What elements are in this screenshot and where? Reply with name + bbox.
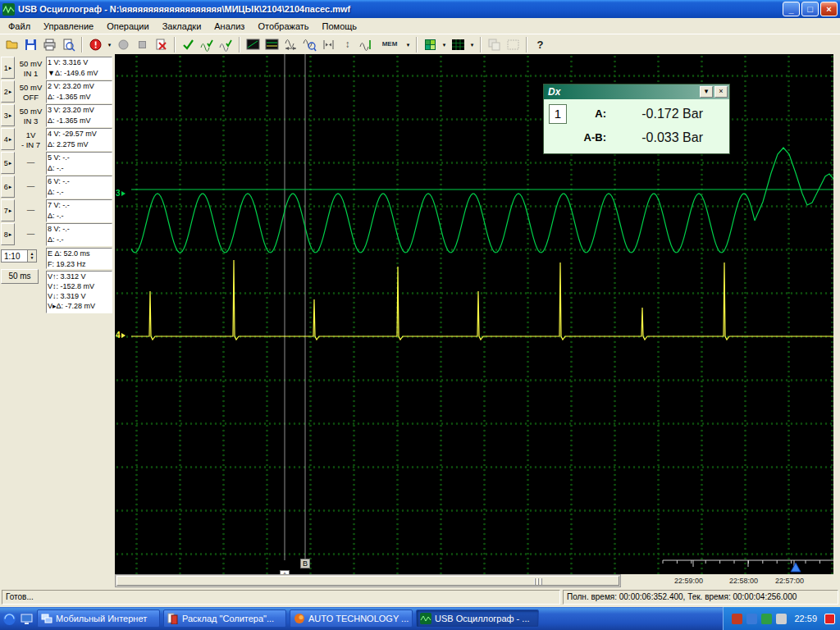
wave-zoom-icon xyxy=(303,38,317,52)
channel-3-range[interactable]: 50 mVIN 3 xyxy=(16,107,46,127)
taskbar-button-oscilloscope[interactable]: USB Осциллограф - ... xyxy=(416,609,539,628)
tray-icon-4[interactable] xyxy=(776,614,787,624)
screen-mode-alt-button[interactable] xyxy=(262,35,281,53)
system-tray: 22:59 xyxy=(723,607,840,630)
open-file-button[interactable] xyxy=(2,35,21,53)
palette-button[interactable] xyxy=(421,35,440,53)
channel-panel: 1▸ 50 mVIN 1 1 V: 3.316 V▼Δ: -149.6 mV 2… xyxy=(0,54,115,587)
channel-3-trace-marker[interactable]: 3 xyxy=(116,189,126,198)
wave-compress-button[interactable] xyxy=(319,35,338,53)
tray-icon-3[interactable] xyxy=(761,614,772,624)
dx-collapse-button[interactable]: ▾ xyxy=(700,86,713,98)
screen-icon xyxy=(246,38,260,52)
menu-control[interactable]: Управление xyxy=(37,20,100,33)
close-button[interactable]: × xyxy=(820,2,838,16)
channel-8-button[interactable]: 8▸ xyxy=(1,223,15,245)
dx-panel-title: Dx xyxy=(548,86,560,98)
channel-7-button[interactable]: 7▸ xyxy=(1,199,15,221)
taskbar-button-mobile-internet[interactable]: Мобильный Интернет xyxy=(37,609,160,628)
quick-launch-desktop-icon[interactable] xyxy=(20,612,34,626)
memory-dropdown-button[interactable]: ▾ xyxy=(404,35,413,53)
channel-6-range[interactable]: — xyxy=(16,181,46,191)
network-icon xyxy=(41,613,52,624)
menu-help[interactable]: Помощь xyxy=(316,20,364,33)
titlebar: USB Осциллограф - N:\яяяяяяяяяяяяяяяяяяя… xyxy=(0,0,840,18)
channel-5-range[interactable]: — xyxy=(16,158,46,167)
channel-2-range[interactable]: 50 mVOFF xyxy=(16,83,46,103)
tray-icon-1[interactable] xyxy=(732,614,742,624)
timebase-button[interactable]: 50 ms xyxy=(1,269,39,284)
accept-wave-button[interactable] xyxy=(198,35,217,53)
channel-3-button[interactable]: 3▸ xyxy=(1,104,15,126)
oscilloscope-icon xyxy=(420,613,431,624)
minimize-button[interactable]: _ xyxy=(783,2,800,16)
channel-6-button[interactable]: 6▸ xyxy=(1,176,15,198)
time-label-1: 22:59:00 xyxy=(674,577,703,585)
record-dropdown-button[interactable]: ▾ xyxy=(105,35,114,53)
palette-dropdown-button[interactable]: ▾ xyxy=(440,35,449,53)
horizontal-scrollbar[interactable] xyxy=(115,574,621,587)
delete-record-button[interactable] xyxy=(152,35,171,53)
wave-zoom-button[interactable] xyxy=(300,35,319,53)
firefox-icon xyxy=(294,613,305,624)
screen-mode-button[interactable] xyxy=(244,35,262,53)
channel-5-button[interactable]: 5▸ xyxy=(1,152,15,174)
channel-1-button[interactable]: 1▸ xyxy=(1,57,15,79)
channel-4-range[interactable]: 1V- IN 7 xyxy=(16,130,46,151)
oscilloscope-display[interactable]: 3 4 A B Dx ▾ × 1 A: -0.172 Bar A-B: -0.0… xyxy=(115,54,833,574)
divider-spinner[interactable]: 1:10 ▲▼ xyxy=(1,249,37,262)
channel-3-measure: 3 V: 23.20 mVΔ: -1.365 mV xyxy=(46,104,112,127)
menu-file[interactable]: Файл xyxy=(2,20,37,33)
bottom-strip: 22:59:00 22:58:00 22:57:00 xyxy=(115,574,840,587)
print-preview-button[interactable] xyxy=(59,35,78,53)
record-alert-button[interactable] xyxy=(86,35,105,53)
accept-wave-alt-button[interactable] xyxy=(217,35,235,53)
scrollbar-thumb[interactable] xyxy=(116,576,619,586)
tray-icon-2[interactable] xyxy=(746,614,757,624)
memory-button[interactable]: MEM xyxy=(376,35,404,53)
cursor-b-flag[interactable]: B xyxy=(300,559,310,568)
layers-button[interactable] xyxy=(485,35,504,53)
channel-8-range[interactable]: — xyxy=(16,229,46,239)
accept-button[interactable] xyxy=(179,35,198,53)
channel-2-button[interactable]: 2▸ xyxy=(1,80,15,103)
channel-7-range[interactable]: — xyxy=(16,205,46,215)
marker-triangle-icon xyxy=(121,191,126,196)
marker-triangle-icon xyxy=(121,333,126,338)
channel-1-range[interactable]: 50 mVIN 1 xyxy=(16,59,46,80)
taskbar: Мобильный Интернет Расклад "Солитера"...… xyxy=(0,607,840,630)
maximize-button[interactable]: □ xyxy=(801,2,819,16)
tray-icon-5[interactable] xyxy=(824,614,835,624)
cursor-time-measure: E Δ: 52.0 msF: 19.23 Hz xyxy=(46,248,112,269)
wave-stretch-v-button[interactable]: ↕ xyxy=(338,35,357,53)
taskbar-button-solitaire[interactable]: Расклад "Солитера"... xyxy=(163,609,286,628)
channel-4-trace-marker[interactable]: 4 xyxy=(116,331,126,340)
channel-4-measure: 4 V: -29.57 mVΔ: 2.275 mV xyxy=(46,128,112,151)
taskbar-button-browser[interactable]: AUTO TECHNOLOGY ... xyxy=(290,609,413,628)
menu-view[interactable]: Отображать xyxy=(251,20,315,33)
quick-launch-browser-icon[interactable] xyxy=(2,612,16,626)
dx-panel-titlebar[interactable]: Dx ▾ × xyxy=(544,84,729,99)
print-button[interactable] xyxy=(40,35,59,53)
app-icon xyxy=(2,3,15,16)
stop-icon xyxy=(135,38,149,52)
toolbar-separator xyxy=(526,37,527,52)
grid-dropdown-button[interactable]: ▾ xyxy=(468,35,477,53)
dx-close-button[interactable]: × xyxy=(714,86,728,98)
wave-stretch-h-button[interactable] xyxy=(281,35,300,53)
time-label-3: 22:57:00 xyxy=(775,577,804,585)
frame-button[interactable] xyxy=(504,35,523,53)
wave-accept-button[interactable] xyxy=(357,35,376,53)
grid-button[interactable] xyxy=(449,35,468,53)
menu-bookmarks[interactable]: Закладки xyxy=(156,20,208,33)
help-button[interactable]: ? xyxy=(531,35,550,53)
menu-operations[interactable]: Операции xyxy=(100,20,155,33)
channel-4-button[interactable]: 4▸ xyxy=(1,128,15,150)
dx-value-a: -0.172 Bar xyxy=(613,107,724,121)
menu-analysis[interactable]: Анализ xyxy=(208,20,251,33)
record-button[interactable] xyxy=(114,35,133,53)
stop-button[interactable] xyxy=(133,35,152,53)
time-label-2: 22:58:00 xyxy=(729,577,758,585)
save-file-button[interactable] xyxy=(21,35,40,53)
spinner-arrows-icon[interactable]: ▲▼ xyxy=(27,250,36,262)
